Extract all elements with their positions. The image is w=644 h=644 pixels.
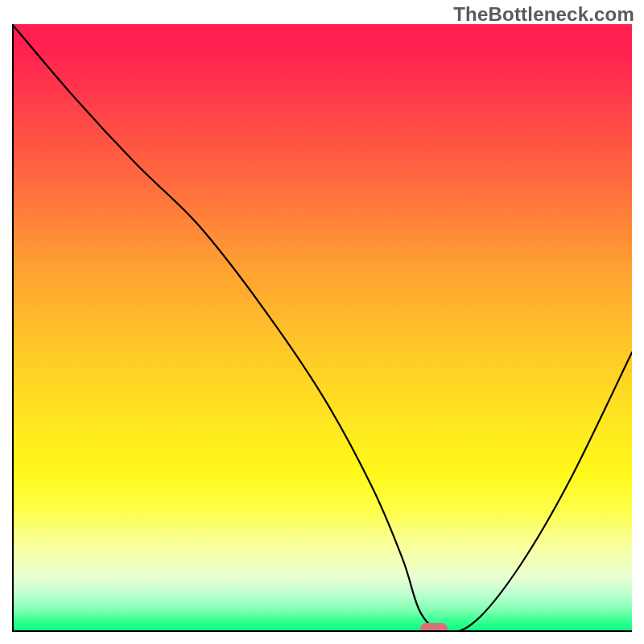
watermark-text: TheBottleneck.com xyxy=(453,3,634,26)
x-axis-line xyxy=(12,630,632,632)
y-axis-line xyxy=(12,24,14,632)
bottleneck-curve-path xyxy=(12,24,632,632)
chart-container: TheBottleneck.com xyxy=(0,0,644,644)
curve-svg xyxy=(12,24,632,632)
plot-area xyxy=(12,24,632,632)
